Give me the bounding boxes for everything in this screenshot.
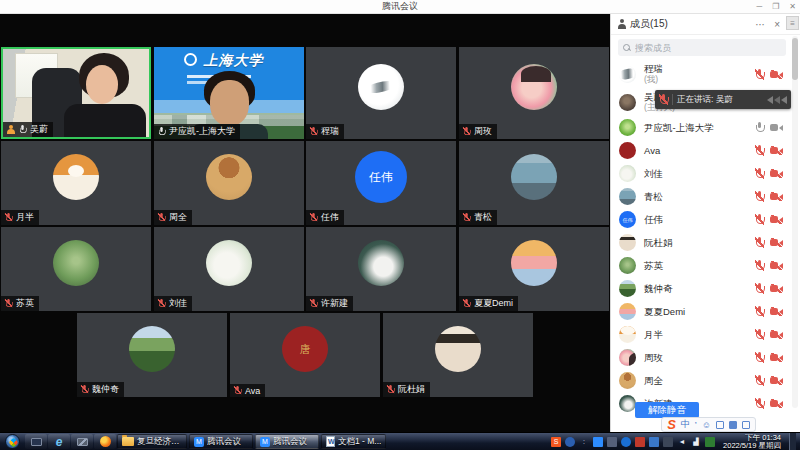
- mic-muted-icon: [755, 237, 764, 248]
- taskbar-clock[interactable]: 下午 01:34 2022/5/19 星期四: [719, 434, 785, 450]
- avatar: [619, 372, 636, 389]
- video-tile[interactable]: 苏英: [1, 227, 151, 311]
- member-row[interactable]: 周玫: [611, 346, 789, 369]
- taskbar-pin-firefox[interactable]: [94, 434, 116, 449]
- search-input[interactable]: [635, 43, 765, 53]
- video-tile[interactable]: 程瑞: [306, 47, 456, 139]
- member-row[interactable]: 刘佳: [611, 162, 789, 185]
- panel-more-button[interactable]: ⋯: [755, 19, 765, 30]
- close-button[interactable]: ✕: [789, 0, 796, 14]
- avatar: [511, 64, 557, 110]
- taskbar-button-meeting-active[interactable]: M 腾讯会议: [255, 434, 319, 449]
- video-tile[interactable]: 月半: [1, 141, 151, 225]
- audio-alert-icon[interactable]: [635, 437, 645, 447]
- security-icon[interactable]: [705, 437, 715, 447]
- member-row[interactable]: 周全: [611, 369, 789, 392]
- taskbar-button-label: 文档1 - M...: [338, 436, 381, 448]
- voice-input-icon[interactable]: [716, 421, 724, 429]
- member-list-scrollbar[interactable]: [792, 36, 798, 408]
- volume-icon[interactable]: ◄: [677, 437, 687, 447]
- panel-close-button[interactable]: ×: [774, 19, 780, 30]
- video-tile[interactable]: 夏夏Demi: [459, 227, 609, 311]
- meeting-tray-icon[interactable]: [593, 437, 603, 447]
- avatar: [435, 326, 481, 372]
- sogou-input-bar[interactable]: S 中 ’ ☺: [661, 417, 756, 432]
- member-row[interactable]: 尹应凯-上海大学: [611, 116, 789, 139]
- taskbar-pin-media[interactable]: [71, 434, 93, 449]
- camera-off-icon: [770, 330, 783, 339]
- show-desktop-button[interactable]: [789, 433, 796, 450]
- tray-app-icon[interactable]: [565, 437, 575, 447]
- taskbar-pin-internet-explorer[interactable]: e: [48, 434, 70, 449]
- video-tile[interactable]: 吴蔚: [1, 47, 151, 139]
- punctuation-icon[interactable]: ’: [695, 420, 697, 430]
- video-tile[interactable]: 上海大学 尹应凯-上海大学: [154, 47, 304, 139]
- avatar: [619, 349, 636, 366]
- mic-muted-icon: [755, 283, 764, 294]
- panel-grip[interactable]: ≡: [786, 16, 799, 30]
- camera-tray-icon[interactable]: [663, 437, 673, 447]
- taskbar-button-word[interactable]: 文档1 - M...: [321, 434, 386, 449]
- mic-muted-icon: [463, 213, 470, 222]
- emoji-icon[interactable]: ☺: [702, 420, 711, 430]
- video-tile[interactable]: 许新建: [306, 227, 456, 311]
- video-tile[interactable]: 周全: [154, 141, 304, 225]
- camera-off-icon: [770, 284, 783, 293]
- avatar: [619, 94, 636, 111]
- member-row[interactable]: 阮杜娟: [611, 231, 789, 254]
- member-row[interactable]: 青松: [611, 185, 789, 208]
- toast-decoration: [767, 96, 787, 104]
- video-tile[interactable]: 魏仲奇: [77, 313, 227, 397]
- bluetooth-icon[interactable]: [621, 437, 631, 447]
- tile-name: 吴蔚: [30, 123, 48, 136]
- member-name: 任伟: [644, 215, 663, 225]
- member-row[interactable]: 程瑞 (我): [611, 60, 789, 88]
- scrollbar-thumb[interactable]: [792, 38, 798, 80]
- qq-icon[interactable]: [649, 437, 659, 447]
- monitor-icon: [31, 438, 42, 446]
- display-tray-icon[interactable]: [607, 437, 617, 447]
- member-row[interactable]: 任伟 任伟: [611, 208, 789, 231]
- tile-name: 苏英: [16, 297, 34, 310]
- taskbar-button-folder[interactable]: 复旦经济查..: [117, 434, 187, 449]
- video-tile[interactable]: 周玫: [459, 47, 609, 139]
- mic-muted-icon: [158, 299, 165, 308]
- tencent-meeting-icon: M: [194, 437, 204, 447]
- tile-name: 程瑞: [321, 125, 339, 138]
- start-button[interactable]: [5, 434, 20, 449]
- video-tile[interactable]: 任伟 任伟: [306, 141, 456, 225]
- unmute-button[interactable]: 解除静音: [635, 402, 699, 418]
- video-tile[interactable]: 刘佳: [154, 227, 304, 311]
- mic-muted-icon: [755, 145, 764, 156]
- member-row[interactable]: 魏仲奇: [611, 277, 789, 300]
- member-list: 程瑞 (我) 吴蔚 (主持人) 尹应凯-上海大学 Ava 刘佳 青松: [611, 60, 789, 415]
- video-tile[interactable]: 阮杜娟: [383, 313, 533, 397]
- avatar: [53, 154, 99, 200]
- sogou-logo-icon[interactable]: S: [667, 418, 676, 431]
- member-search-box[interactable]: [618, 39, 786, 56]
- member-row[interactable]: 苏英: [611, 254, 789, 277]
- mic-muted-icon: [755, 168, 764, 179]
- member-name: 阮杜娟: [644, 238, 673, 248]
- tray-dots-icon[interactable]: :: [579, 437, 589, 447]
- member-row[interactable]: 夏夏Demi: [611, 300, 789, 323]
- mic-muted-icon: [755, 69, 764, 80]
- system-tray: S : ◄ ▟ 下午 01:34 2022/5/19 星期四: [551, 433, 800, 450]
- video-tile[interactable]: 青松: [459, 141, 609, 225]
- members-title: 成员(15): [630, 17, 668, 31]
- member-row[interactable]: Ava: [611, 139, 789, 162]
- camera-off-icon: [770, 399, 783, 408]
- taskbar-pin-desktop[interactable]: [25, 434, 47, 449]
- maximize-button[interactable]: ❐: [772, 0, 779, 14]
- network-icon[interactable]: ▟: [691, 437, 701, 447]
- member-row[interactable]: 月半: [611, 323, 789, 346]
- sogou-tray-icon[interactable]: S: [551, 437, 561, 447]
- taskbar-button-meeting[interactable]: M 腾讯会议: [189, 434, 253, 449]
- minimize-button[interactable]: ─: [756, 0, 762, 14]
- avatar: [619, 165, 636, 182]
- avatar: [619, 142, 636, 159]
- video-tile[interactable]: 唐 Ava: [230, 313, 380, 397]
- lang-toggle-icon[interactable]: 中: [681, 418, 690, 431]
- toolbox-icon[interactable]: [742, 421, 750, 429]
- keyboard-icon[interactable]: [729, 421, 737, 429]
